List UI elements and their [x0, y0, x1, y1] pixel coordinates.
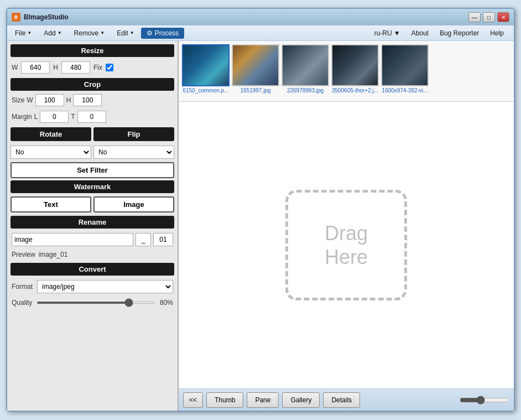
resize-fields: W H Fix — [11, 59, 174, 76]
thumb-img-1 — [232, 44, 279, 86]
drag-box: DragHere — [285, 190, 407, 300]
thumbnail-item-0[interactable]: 6150_common.p... — [182, 44, 230, 94]
text-button[interactable]: Text — [11, 196, 91, 212]
margin-label: Margin — [12, 113, 32, 121]
thumbnail-strip[interactable]: 6150_common.p... 1651997.jpg 226978993.j… — [179, 41, 514, 102]
rotate-flip-row: Rotate Flip — [11, 127, 174, 141]
thumb-label-0: 6150_common.p... — [183, 87, 229, 94]
add-arrow-icon: ▼ — [58, 30, 62, 35]
resize-h-input[interactable] — [61, 61, 90, 74]
margin-t-input[interactable] — [77, 111, 106, 123]
edit-arrow-icon: ▼ — [130, 30, 134, 35]
menubar-left: File▼ Add▼ Remove▼ Edit▼ ⚙ Process — [9, 28, 184, 39]
menu-bug-reporter[interactable]: Bug Reporter — [436, 28, 482, 38]
menu-about[interactable]: About — [408, 28, 432, 38]
format-label: Format — [12, 283, 33, 291]
quality-percent: 80% — [160, 299, 173, 307]
pane-view-button[interactable]: Pane — [247, 392, 279, 408]
app-title: BImageStudio — [24, 13, 69, 21]
details-view-button[interactable]: Details — [323, 392, 360, 408]
flip-button[interactable]: Flip — [93, 127, 174, 141]
menu-file[interactable]: File▼ — [9, 28, 37, 39]
crop-size-label: Size — [12, 96, 24, 104]
resize-w-label: W — [12, 64, 18, 71]
set-filter-button[interactable]: Set Filter — [11, 162, 174, 178]
main-area: Resize W H Fix Crop Size W H Margin L — [7, 41, 514, 411]
rotate-button[interactable]: Rotate — [11, 127, 91, 141]
rename-name-input[interactable] — [12, 233, 133, 246]
menu-add[interactable]: Add▼ — [38, 28, 67, 39]
menubar-right: ru-RU▼ About Bug Reporter Help — [371, 28, 512, 38]
resize-h-label: H — [53, 64, 58, 71]
resize-header: Resize — [11, 44, 174, 57]
preview-value: image_01 — [39, 251, 68, 258]
rotate-select[interactable]: No 90° 180° 270° — [11, 146, 91, 159]
fix-label: Fix — [93, 64, 102, 71]
crop-margin-row: Margin L T — [11, 110, 174, 124]
format-row: Format image/jpeg image/png image/bmp im… — [11, 278, 174, 295]
thumbnail-item-1[interactable]: 1651997.jpg — [232, 44, 279, 94]
preview-label: Preview — [12, 251, 35, 258]
crop-w-label: W — [27, 96, 33, 104]
watermark-header: Watermark — [11, 180, 174, 193]
thumb-img-4 — [381, 44, 429, 86]
image-button[interactable]: Image — [93, 196, 174, 212]
thumbnail-item-2[interactable]: 226978993.jpg — [282, 44, 329, 94]
crop-header: Crop — [11, 78, 174, 91]
menu-locale[interactable]: ru-RU▼ — [371, 28, 404, 38]
minimize-button[interactable]: — — [468, 12, 481, 22]
main-window: B BImageStudio — □ ✕ File▼ Add▼ Remove▼ … — [6, 8, 515, 412]
margin-l-input[interactable] — [40, 111, 69, 123]
flip-select[interactable]: No Horizontal Vertical — [93, 146, 174, 159]
menu-help[interactable]: Help — [487, 28, 507, 38]
drag-drop-area[interactable]: DragHere — [179, 102, 514, 388]
rename-num-input[interactable] — [153, 233, 173, 246]
right-area: 6150_common.p... 1651997.jpg 226978993.j… — [179, 41, 514, 411]
thumb-img-3 — [331, 44, 379, 86]
thumb-label-1: 1651997.jpg — [240, 87, 270, 94]
titlebar-buttons: — □ ✕ — [468, 12, 509, 22]
zoom-slider[interactable] — [460, 396, 509, 405]
menu-edit[interactable]: Edit▼ — [111, 28, 140, 39]
thumb-label-2: 226978993.jpg — [287, 87, 324, 94]
rename-header: Rename — [11, 216, 174, 229]
rotate-flip-select-row: No 90° 180° 270° No Horizontal Vertical — [11, 146, 174, 159]
bottom-bar: << Thumb Pane Gallery Details — [179, 388, 514, 411]
thumbnail-item-3[interactable]: 3500605-thor+2.j... — [331, 44, 379, 94]
rename-row — [11, 231, 174, 248]
crop-h-label: H — [66, 96, 71, 104]
resize-w-input[interactable] — [21, 61, 50, 74]
file-arrow-icon: ▼ — [27, 30, 32, 35]
preview-row: Preview image_01 — [11, 251, 174, 261]
margin-t-label: T — [71, 113, 75, 121]
margin-l-label: L — [34, 113, 38, 121]
quality-slider[interactable] — [37, 302, 155, 304]
crop-h-input[interactable] — [73, 94, 102, 106]
menu-remove[interactable]: Remove▼ — [69, 28, 111, 39]
quality-label: Quality — [12, 299, 32, 307]
fix-checkbox[interactable] — [106, 64, 113, 71]
menu-process[interactable]: ⚙ Process — [141, 28, 184, 39]
remove-arrow-icon: ▼ — [100, 30, 105, 35]
rename-sep-input[interactable] — [136, 233, 151, 246]
gear-icon: ⚙ — [147, 29, 153, 37]
maximize-button[interactable]: □ — [483, 12, 495, 22]
thumb-label-4: 1600x974-382-vi... — [382, 87, 428, 94]
bottom-left: << Thumb Pane Gallery Details — [183, 392, 360, 408]
zoom-slider-area — [460, 396, 509, 405]
crop-size-row: Size W H — [11, 93, 174, 107]
format-select[interactable]: image/jpeg image/png image/bmp image/gif… — [37, 280, 173, 293]
thumb-img-2 — [282, 44, 329, 86]
thumb-view-button[interactable]: Thumb — [206, 392, 243, 408]
crop-w-input[interactable] — [35, 94, 64, 106]
text-image-row: Text Image — [11, 196, 174, 212]
thumb-label-3: 3500605-thor+2.j... — [332, 87, 378, 94]
locale-arrow-icon: ▼ — [394, 29, 400, 37]
quality-row: Quality 80% — [11, 298, 174, 310]
close-button[interactable]: ✕ — [497, 12, 509, 22]
thumb-img-0 — [182, 44, 230, 86]
thumbnail-item-4[interactable]: 1600x974-382-vi... — [381, 44, 429, 94]
gallery-view-button[interactable]: Gallery — [282, 392, 320, 408]
menubar: File▼ Add▼ Remove▼ Edit▼ ⚙ Process ru-RU… — [7, 25, 514, 41]
nav-back-button[interactable]: << — [183, 392, 203, 408]
